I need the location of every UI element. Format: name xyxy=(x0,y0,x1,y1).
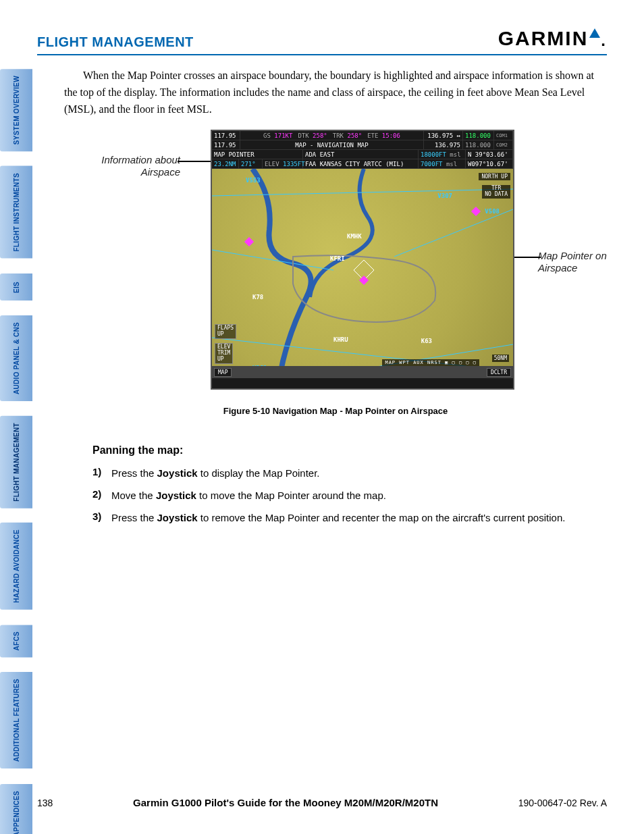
map-scale: 50NM xyxy=(492,355,509,362)
section-tabs: SYSTEM OVERVIEW FLIGHT INSTRUMENTS EIS A… xyxy=(0,69,32,834)
page-footer: 138 Garmin G1000 Pilot's Guide for the M… xyxy=(37,797,607,808)
figure-5-10: Information about Airspace Map Pointer o… xyxy=(92,130,579,396)
tab-system-overview[interactable]: SYSTEM OVERVIEW xyxy=(0,69,32,151)
map-rivers-icon xyxy=(212,169,513,378)
tfr-badge: TFRNO DATA xyxy=(482,185,510,199)
softkey-dcltr[interactable]: DCLTR xyxy=(487,368,511,377)
airport-ident: K78 xyxy=(252,294,263,301)
tab-appendices[interactable]: APPENDICES xyxy=(0,784,32,834)
map-pointer-info-1: MAP POINTER ADA EAST 18000FT msl N 39°03… xyxy=(212,150,513,159)
brand-logo: GARMIN. xyxy=(498,27,607,50)
tab-flight-management[interactable]: FLIGHT MANAGEMENT xyxy=(0,416,32,509)
waypoint-icon xyxy=(244,237,254,246)
procedure-steps: 1) Press the Joystick to display the Map… xyxy=(92,466,607,525)
callout-right: Map Pointer on Airspace xyxy=(538,250,644,274)
north-up-badge: NORTH UP xyxy=(479,173,510,180)
airport-ident: KFRI xyxy=(330,255,345,262)
step-3: 3) Press the Joystick to remove the Map … xyxy=(92,511,607,525)
mfd-screen: 117.95 GS 171KT DTK 258° TRK 258° ETE 15… xyxy=(211,130,514,390)
step-2: 2) Move the Joystick to move the Map Poi… xyxy=(92,488,607,502)
waypoint-icon xyxy=(471,207,481,216)
page-header: FLIGHT MANAGEMENT GARMIN. xyxy=(37,0,607,55)
tab-afcs[interactable]: AFCS xyxy=(0,625,32,657)
softkey-bar: MAP DCLTR xyxy=(212,366,513,378)
nav-com-row-2: 117.95 MAP - NAVIGATION MAP 136.975 118.… xyxy=(212,140,513,150)
airport-ident: KHRU xyxy=(333,336,348,343)
map-canvas: NORTH UP TFRNO DATA 50NM FLAPSUP ELEVTRI… xyxy=(212,169,513,378)
footer-title: Garmin G1000 Pilot's Guide for the Moone… xyxy=(133,797,438,808)
figure-caption: Figure 5-10 Navigation Map - Map Pointer… xyxy=(64,406,607,416)
page-number: 138 xyxy=(37,798,53,808)
step-text: Press the Joystick to display the Map Po… xyxy=(111,466,607,480)
tab-additional-features[interactable]: ADDITIONAL FEATURES xyxy=(0,672,32,768)
step-text: Press the Joystick to remove the Map Poi… xyxy=(111,511,607,525)
victor-airway: V508 xyxy=(485,208,500,215)
step-number: 2) xyxy=(92,488,111,502)
victor-airway: V553 xyxy=(246,177,261,184)
main-content: When the Map Pointer crosses an airspace… xyxy=(64,68,607,525)
footer-docref: 190-00647-02 Rev. A xyxy=(518,798,607,808)
tab-audio-panel-cns[interactable]: AUDIO PANEL & CNS xyxy=(0,315,32,401)
waypoint-icon xyxy=(359,276,369,285)
step-number: 3) xyxy=(92,511,111,525)
step-1: 1) Press the Joystick to display the Map… xyxy=(92,466,607,480)
callout-left: Information about Airspace xyxy=(86,154,180,178)
tab-eis[interactable]: EIS xyxy=(0,273,32,301)
victor-airway: V307 xyxy=(437,192,452,199)
leader-line-left xyxy=(178,161,211,162)
map-pointer-info-2: 23.2NM 271° ELEV 1335FT FAA KANSAS CITY … xyxy=(212,159,513,169)
elev-trim-indicator: ELEVTRIMUP xyxy=(215,343,233,363)
step-text: Move the Joystick to move the Map Pointe… xyxy=(111,488,607,502)
nav-com-row-1: 117.95 GS 171KT DTK 258° TRK 258° ETE 15… xyxy=(212,131,513,140)
softkey-map[interactable]: MAP xyxy=(214,368,232,377)
section-title: FLIGHT MANAGEMENT xyxy=(37,34,194,50)
procedure-heading: Panning the map: xyxy=(92,444,607,457)
flaps-indicator: FLAPSUP xyxy=(215,324,236,339)
tab-hazard-avoidance[interactable]: HAZARD AVOIDANCE xyxy=(0,523,32,610)
airport-ident: K63 xyxy=(421,338,432,344)
page-group-strip: MAP WPT AUX NRST ▣ ▢ ▢ ▢ ▢ xyxy=(382,359,479,366)
intro-paragraph: When the Map Pointer crosses an airspace… xyxy=(64,68,607,118)
step-number: 1) xyxy=(92,466,111,480)
tab-flight-instruments[interactable]: FLIGHT INSTRUMENTS xyxy=(0,166,32,259)
airport-ident: KMHK xyxy=(347,233,362,240)
